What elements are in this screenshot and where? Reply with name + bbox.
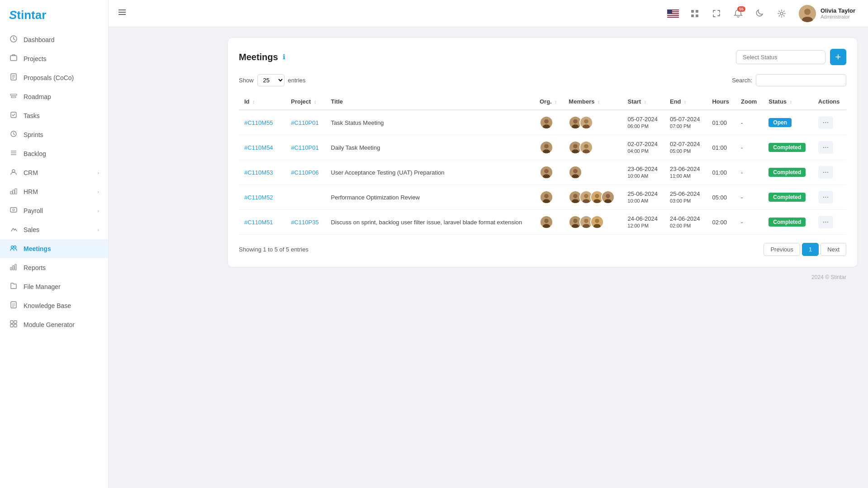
settings-icon[interactable]	[773, 5, 790, 22]
col-members[interactable]: Members ↕	[563, 94, 622, 110]
user-profile[interactable]: Olivia Taylor Administrator	[795, 3, 859, 24]
sidebar-item-sales[interactable]: Sales ›	[0, 220, 108, 239]
sidebar-item-label: Payroll	[24, 207, 43, 214]
sidebar-item-crm[interactable]: CRM ›	[0, 163, 108, 182]
svg-point-79	[595, 194, 600, 199]
projects-icon	[9, 54, 18, 63]
apps-grid-icon[interactable]	[687, 5, 703, 22]
current-page-button[interactable]: 1	[802, 243, 819, 256]
action-menu-button[interactable]: ···	[818, 141, 833, 154]
cell-zoom: -	[735, 135, 763, 160]
svg-rect-23	[15, 264, 16, 270]
sidebar-item-roadmap[interactable]: Roadmap	[0, 87, 108, 106]
backlog-icon	[9, 149, 18, 158]
pagination-right: Previous 1 Next	[764, 243, 846, 256]
cell-status: Completed	[763, 135, 813, 160]
cell-start: 23-06-202410:00 AM	[622, 160, 664, 185]
status-badge: Completed	[768, 168, 806, 177]
action-menu-button[interactable]: ···	[818, 116, 833, 129]
col-id[interactable]: Id ↕	[239, 94, 285, 110]
sidebar-item-backlog[interactable]: Backlog	[0, 144, 108, 163]
sidebar-item-label: Reports	[24, 264, 46, 271]
col-start[interactable]: Start ↕	[622, 94, 664, 110]
fullscreen-icon[interactable]	[708, 5, 725, 22]
sidebar-item-file-manager[interactable]: File Manager	[0, 277, 108, 296]
svg-rect-14	[10, 191, 12, 194]
sidebar-item-reports[interactable]: Reports	[0, 258, 108, 277]
sidebar-item-projects[interactable]: Projects	[0, 49, 108, 68]
svg-point-46	[544, 119, 549, 124]
sidebar-item-payroll[interactable]: Payroll ›	[0, 201, 108, 220]
col-org[interactable]: Org. ↕	[534, 94, 563, 110]
sidebar-item-meetings[interactable]: Meetings	[0, 239, 108, 258]
chevron-right-icon: ›	[97, 189, 99, 194]
project-link[interactable]: #C110P35	[291, 219, 318, 226]
svg-point-55	[544, 144, 549, 149]
project-link[interactable]: #C110P01	[291, 119, 318, 126]
svg-point-19	[11, 246, 14, 248]
col-end[interactable]: End ↕	[664, 94, 707, 110]
action-menu-button[interactable]: ···	[818, 166, 833, 179]
hamburger-menu[interactable]	[118, 8, 127, 19]
meetings-title: Meetings	[239, 52, 278, 62]
sidebar-item-sprints[interactable]: Sprints	[0, 125, 108, 144]
svg-point-76	[584, 194, 589, 199]
sidebar-item-proposals[interactable]: Proposals (CoCo)	[0, 68, 108, 87]
select-status-input[interactable]	[736, 50, 825, 64]
cell-start: 02-07-202404:00 PM	[622, 135, 664, 160]
cell-id: #C110M53	[239, 160, 285, 185]
sidebar-item-label: Sprints	[24, 131, 43, 138]
svg-point-43	[804, 9, 811, 15]
meeting-id-link[interactable]: #C110M54	[244, 144, 273, 151]
cell-end: 25-06-202403:00 PM	[664, 185, 707, 210]
sidebar-item-label: Module Generator	[24, 321, 75, 328]
sidebar-item-label: Tasks	[24, 112, 40, 119]
col-status[interactable]: Status ↕	[763, 94, 813, 110]
meeting-id-link[interactable]: #C110M55	[244, 119, 273, 126]
cell-end: 05-07-202407:00 PM	[664, 110, 707, 135]
language-selector[interactable]	[665, 5, 681, 22]
sprints-icon	[9, 130, 18, 139]
add-meeting-button[interactable]: +	[830, 49, 846, 65]
member-avatars	[569, 190, 617, 204]
sidebar-item-dashboard[interactable]: Dashboard	[0, 30, 108, 49]
prev-page-button[interactable]: Previous	[764, 243, 800, 256]
sidebar-item-module-generator[interactable]: Module Generator	[0, 315, 108, 334]
project-link[interactable]: #C110P01	[291, 144, 318, 151]
col-project[interactable]: Project ↕	[285, 94, 325, 110]
meeting-id-link[interactable]: #C110M51	[244, 219, 273, 226]
next-page-button[interactable]: Next	[821, 243, 846, 256]
svg-point-82	[606, 194, 611, 199]
dark-mode-toggle[interactable]	[752, 5, 768, 22]
sidebar-item-knowledge-base[interactable]: Knowledge Base	[0, 296, 108, 315]
cell-status: Open	[763, 110, 813, 135]
cell-hours: 01:00	[707, 160, 735, 185]
module-generator-icon	[9, 320, 18, 329]
search-input[interactable]	[756, 74, 846, 86]
cell-actions: ···	[813, 135, 846, 160]
cell-members	[563, 135, 622, 160]
cell-project: #C110P01	[285, 135, 325, 160]
tasks-icon	[9, 111, 18, 120]
meeting-id-link[interactable]: #C110M53	[244, 169, 273, 176]
svg-rect-40	[696, 14, 698, 17]
entries-select[interactable]: 25 50 100	[257, 74, 285, 86]
cell-members	[563, 110, 622, 135]
sidebar-item-hrm[interactable]: HRM ›	[0, 182, 108, 201]
svg-rect-17	[10, 208, 17, 212]
sidebar-item-label: File Manager	[24, 283, 61, 290]
meetings-header: Meetings ℹ +	[239, 49, 846, 65]
svg-point-89	[572, 224, 579, 228]
sidebar-item-tasks[interactable]: Tasks	[0, 106, 108, 125]
org-avatars	[540, 141, 558, 154]
action-menu-button[interactable]: ···	[818, 216, 833, 228]
meetings-table: Id ↕ Project ↕ Title Org. ↕ Members ↕ St…	[239, 94, 846, 235]
member-avatars	[569, 215, 617, 229]
notification-bell[interactable]: 55	[730, 5, 746, 22]
action-menu-button[interactable]: ···	[818, 191, 833, 204]
footer: 2024 © Stintar	[228, 267, 857, 284]
pagination-bar: Showing 1 to 5 of 5 entries Previous 1 N…	[239, 243, 846, 256]
project-link[interactable]: #C110P06	[291, 169, 318, 176]
meeting-id-link[interactable]: #C110M52	[244, 194, 273, 201]
info-icon[interactable]: ℹ	[283, 53, 285, 61]
